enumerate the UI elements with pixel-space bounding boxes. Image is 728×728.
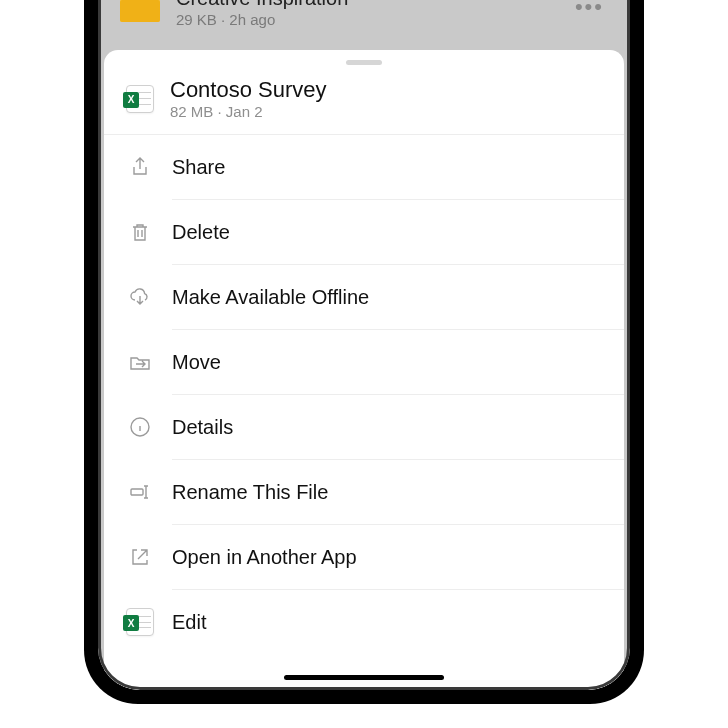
move-action[interactable]: Move — [104, 330, 624, 394]
open-external-action[interactable]: Open in Another App — [104, 525, 624, 589]
file-meta: 82 MB · Jan 2 — [170, 103, 602, 120]
svg-rect-0 — [120, 0, 160, 22]
phone-frame: Creative Inspiration 29 KB · 2h ago ••• … — [84, 0, 644, 704]
excel-app-icon: X — [126, 608, 154, 636]
sheet-file-header: X Contoso Survey 82 MB · Jan 2 — [104, 71, 624, 135]
make-offline-action[interactable]: Make Available Offline — [104, 265, 624, 329]
background-file-text: Creative Inspiration 29 KB · 2h ago — [176, 0, 559, 28]
delete-action[interactable]: Delete — [104, 200, 624, 264]
info-icon — [126, 413, 154, 441]
open-external-icon — [126, 543, 154, 571]
action-label: Edit — [172, 611, 602, 634]
action-label: Details — [172, 416, 602, 439]
move-folder-icon — [126, 348, 154, 376]
home-indicator[interactable] — [284, 675, 444, 680]
action-sheet: X Contoso Survey 82 MB · Jan 2 Share — [104, 50, 624, 690]
action-label: Rename This File — [172, 481, 602, 504]
trash-icon — [126, 218, 154, 246]
background-file-name: Creative Inspiration — [176, 0, 559, 10]
action-label: Open in Another App — [172, 546, 602, 569]
file-name: Contoso Survey — [170, 77, 602, 103]
more-options-icon[interactable]: ••• — [575, 0, 608, 20]
action-label: Share — [172, 156, 602, 179]
rename-icon — [126, 478, 154, 506]
phone-screen: Creative Inspiration 29 KB · 2h ago ••• … — [98, 0, 630, 690]
rename-action[interactable]: Rename This File — [104, 460, 624, 524]
edit-action[interactable]: X Edit — [104, 590, 624, 654]
action-label: Move — [172, 351, 602, 374]
folder-icon — [120, 0, 160, 24]
sheet-grabber[interactable] — [346, 60, 382, 65]
excel-file-icon: X — [126, 85, 154, 113]
cloud-download-icon — [126, 283, 154, 311]
action-label: Delete — [172, 221, 602, 244]
background-file-row[interactable]: Creative Inspiration 29 KB · 2h ago ••• — [98, 0, 630, 50]
action-label: Make Available Offline — [172, 286, 602, 309]
background-file-meta: 29 KB · 2h ago — [176, 11, 559, 28]
share-action[interactable]: Share — [104, 135, 624, 199]
details-action[interactable]: Details — [104, 395, 624, 459]
svg-rect-2 — [131, 489, 143, 495]
actions-list: Share Delete Make Available Offline — [104, 135, 624, 690]
share-icon — [126, 153, 154, 181]
